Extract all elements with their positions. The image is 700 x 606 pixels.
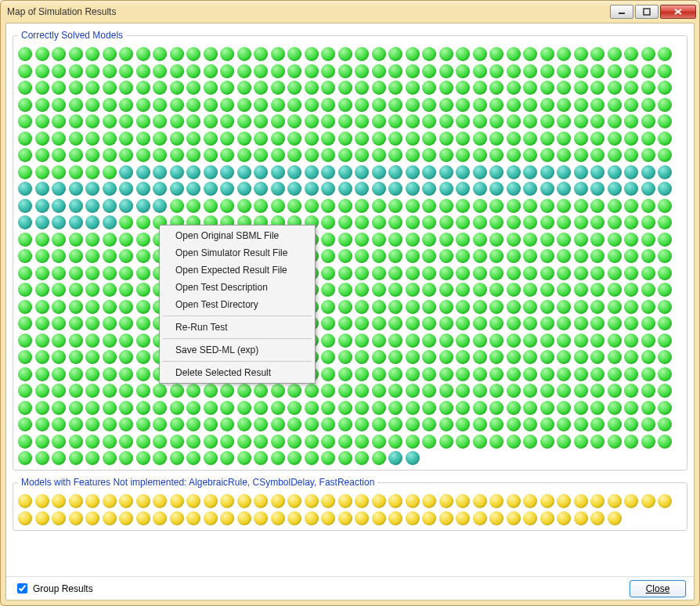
result-dot[interactable] [489, 64, 503, 78]
result-dot[interactable] [439, 148, 453, 162]
result-dot[interactable] [321, 511, 335, 525]
result-dot[interactable] [153, 114, 167, 128]
result-dot[interactable] [372, 401, 386, 415]
result-dot[interactable] [271, 148, 285, 162]
result-dot[interactable] [523, 334, 537, 348]
result-dot[interactable] [489, 350, 503, 364]
result-dot[interactable] [69, 81, 83, 95]
result-dot[interactable] [372, 132, 386, 146]
result-dot[interactable] [439, 300, 453, 314]
result-dot[interactable] [388, 283, 402, 297]
result-dot[interactable] [608, 182, 622, 196]
result-dot[interactable] [406, 98, 420, 112]
result-dot[interactable] [305, 98, 319, 112]
result-dot[interactable] [220, 132, 234, 146]
result-dot[interactable] [220, 199, 234, 213]
result-dot[interactable] [136, 182, 150, 196]
result-dot[interactable] [590, 283, 604, 297]
result-dot[interactable] [321, 132, 335, 146]
result-dot[interactable] [69, 435, 83, 449]
result-dot[interactable] [540, 233, 554, 247]
result-dot[interactable] [624, 334, 638, 348]
result-dot[interactable] [338, 148, 352, 162]
result-dot[interactable] [658, 494, 672, 508]
result-dot[interactable] [540, 47, 554, 61]
result-dot[interactable] [388, 215, 402, 229]
result-dot[interactable] [574, 494, 588, 508]
result-dot[interactable] [35, 384, 49, 398]
result-dot[interactable] [574, 316, 588, 330]
result-dot[interactable] [355, 148, 369, 162]
result-dot[interactable] [271, 384, 285, 398]
result-dot[interactable] [557, 266, 571, 280]
result-dot[interactable] [523, 215, 537, 229]
result-dot[interactable] [507, 350, 521, 364]
minimize-button[interactable] [610, 5, 633, 19]
result-dot[interactable] [52, 199, 66, 213]
result-dot[interactable] [608, 417, 622, 431]
result-dot[interactable] [237, 148, 251, 162]
result-dot[interactable] [388, 64, 402, 78]
result-dot[interactable] [507, 300, 521, 314]
result-dot[interactable] [287, 165, 301, 179]
result-dot[interactable] [136, 283, 150, 297]
result-dot[interactable] [305, 132, 319, 146]
result-dot[interactable] [119, 283, 133, 297]
result-dot[interactable] [287, 435, 301, 449]
result-dot[interactable] [388, 199, 402, 213]
result-dot[interactable] [170, 182, 184, 196]
result-dot[interactable] [287, 81, 301, 95]
result-dot[interactable] [473, 249, 487, 263]
result-dot[interactable] [69, 266, 83, 280]
result-dot[interactable] [153, 417, 167, 431]
result-dot[interactable] [641, 384, 655, 398]
result-dot[interactable] [456, 165, 470, 179]
result-dot[interactable] [18, 401, 32, 415]
result-dot[interactable] [388, 165, 402, 179]
result-dot[interactable] [35, 64, 49, 78]
result-dot[interactable] [574, 435, 588, 449]
result-dot[interactable] [406, 300, 420, 314]
result-dot[interactable] [204, 98, 218, 112]
result-dot[interactable] [170, 451, 184, 465]
result-dot[interactable] [540, 165, 554, 179]
result-dot[interactable] [523, 132, 537, 146]
result-dot[interactable] [406, 266, 420, 280]
result-dot[interactable] [355, 47, 369, 61]
result-dot[interactable] [641, 47, 655, 61]
result-dot[interactable] [355, 233, 369, 247]
result-dot[interactable] [658, 182, 672, 196]
result-dot[interactable] [204, 384, 218, 398]
result-dot[interactable] [237, 199, 251, 213]
result-dot[interactable] [473, 47, 487, 61]
result-dot[interactable] [204, 199, 218, 213]
result-dot[interactable] [557, 249, 571, 263]
result-dot[interactable] [388, 114, 402, 128]
result-dot[interactable] [52, 215, 66, 229]
result-dot[interactable] [406, 334, 420, 348]
result-dot[interactable] [18, 367, 32, 381]
result-dot[interactable] [186, 47, 200, 61]
result-dot[interactable] [489, 384, 503, 398]
result-dot[interactable] [540, 367, 554, 381]
result-dot[interactable] [69, 132, 83, 146]
result-dot[interactable] [641, 165, 655, 179]
result-dot[interactable] [220, 64, 234, 78]
result-dot[interactable] [388, 350, 402, 364]
result-dot[interactable] [338, 417, 352, 431]
result-dot[interactable] [388, 401, 402, 415]
result-dot[interactable] [254, 165, 268, 179]
result-dot[interactable] [338, 401, 352, 415]
result-dot[interactable] [658, 148, 672, 162]
result-dot[interactable] [590, 165, 604, 179]
result-dot[interactable] [35, 417, 49, 431]
result-dot[interactable] [355, 182, 369, 196]
result-dot[interactable] [658, 401, 672, 415]
result-dot[interactable] [557, 334, 571, 348]
result-dot[interactable] [388, 494, 402, 508]
group-results-checkbox[interactable] [17, 583, 27, 593]
result-dot[interactable] [305, 182, 319, 196]
result-dot[interactable] [355, 367, 369, 381]
result-dot[interactable] [641, 199, 655, 213]
result-dot[interactable] [119, 64, 133, 78]
